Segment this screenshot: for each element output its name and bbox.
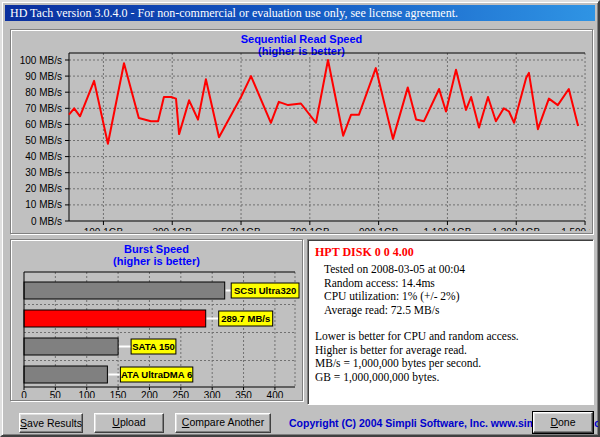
svg-text:500.1GB: 500.1GB xyxy=(221,227,261,231)
svg-text:1,300.1GB: 1,300.1GB xyxy=(492,227,540,231)
svg-text:100 MB/s: 100 MB/s xyxy=(20,55,62,66)
spacer xyxy=(315,317,586,330)
svg-text:200: 200 xyxy=(141,390,158,398)
svg-text:SCSI Ultra320: SCSI Ultra320 xyxy=(234,285,296,296)
tested-on-line: Tested on 2008-03-05 at 00:04 xyxy=(315,263,586,277)
note-mbs-definition: MB/s = 1,000,000 bytes per second. xyxy=(315,357,586,371)
sequential-read-chart: 100.1GB300.1GB500.1GB700.1GB900.1GB1,100… xyxy=(11,30,590,231)
svg-text:ATA UltraDMA 6: ATA UltraDMA 6 xyxy=(121,369,192,380)
svg-text:150: 150 xyxy=(110,390,127,398)
svg-text:50 MB/s: 50 MB/s xyxy=(25,135,62,146)
svg-text:250: 250 xyxy=(172,390,189,398)
titlebar[interactable]: HD Tach version 3.0.4.0 - For non-commer… xyxy=(5,5,595,21)
svg-text:60 MB/s: 60 MB/s xyxy=(25,119,62,130)
svg-text:900.1GB: 900.1GB xyxy=(359,227,399,231)
svg-text:20 MB/s: 20 MB/s xyxy=(25,183,62,194)
svg-text:50: 50 xyxy=(50,390,62,398)
svg-text:289.7 MB/s: 289.7 MB/s xyxy=(221,313,270,324)
svg-text:90 MB/s: 90 MB/s xyxy=(25,71,62,82)
sequential-read-panel: Sequential Read Speed (higher is better)… xyxy=(10,29,593,234)
burst-speed-chart: 050100150200250300350400SCSI Ultra320289… xyxy=(11,240,300,398)
note-lower-better: Lower is better for CPU and random acces… xyxy=(315,330,586,344)
note-higher-better: Higher is better for average read. xyxy=(315,344,586,358)
done-button[interactable]: Done xyxy=(533,412,593,433)
cpu-utilization-line: CPU utilization: 1% (+/- 2%) xyxy=(315,290,586,304)
svg-text:700.1GB: 700.1GB xyxy=(290,227,330,231)
svg-text:400: 400 xyxy=(267,390,284,398)
svg-text:1,500.1GB: 1,500.1GB xyxy=(561,227,590,231)
svg-text:SATA 150: SATA 150 xyxy=(132,341,175,352)
svg-text:350: 350 xyxy=(235,390,252,398)
svg-text:0 MB/s: 0 MB/s xyxy=(31,216,62,227)
svg-text:80 MB/s: 80 MB/s xyxy=(25,87,62,98)
window-title: HD Tach version 3.0.4.0 - For non-commer… xyxy=(10,6,458,20)
hd-tach-window: HD Tach version 3.0.4.0 - For non-commer… xyxy=(0,0,600,437)
random-access-line: Random access: 14.4ms xyxy=(315,277,586,291)
note-gb-definition: GB = 1,000,000,000 bytes. xyxy=(315,371,586,385)
svg-text:100.1GB: 100.1GB xyxy=(84,227,124,231)
svg-text:70 MB/s: 70 MB/s xyxy=(25,103,62,114)
copyright-text: Copyright (C) 2004 Simpli Software, Inc.… xyxy=(289,417,529,429)
average-read-line: Average read: 72.5 MB/s xyxy=(315,304,586,318)
drive-info-panel: HPT DISK 0 0 4.00 Tested on 2008-03-05 a… xyxy=(307,239,594,405)
svg-text:1,100.1GB: 1,100.1GB xyxy=(424,227,472,231)
upload-results-button[interactable]: Upload Results xyxy=(94,413,164,433)
drive-name: HPT DISK 0 0 4.00 xyxy=(315,245,586,260)
compare-another-drive-button[interactable]: Compare Another Drive xyxy=(175,413,271,433)
svg-text:300: 300 xyxy=(204,390,221,398)
svg-text:300.1GB: 300.1GB xyxy=(152,227,192,231)
svg-text:30 MB/s: 30 MB/s xyxy=(25,167,62,178)
svg-text:100: 100 xyxy=(78,390,95,398)
svg-text:10 MB/s: 10 MB/s xyxy=(25,199,62,210)
svg-text:40 MB/s: 40 MB/s xyxy=(25,151,62,162)
svg-text:0: 0 xyxy=(21,390,27,398)
save-results-button[interactable]: Save Results xyxy=(19,413,83,433)
burst-speed-panel: Burst Speed (higher is better) 050100150… xyxy=(10,239,303,401)
